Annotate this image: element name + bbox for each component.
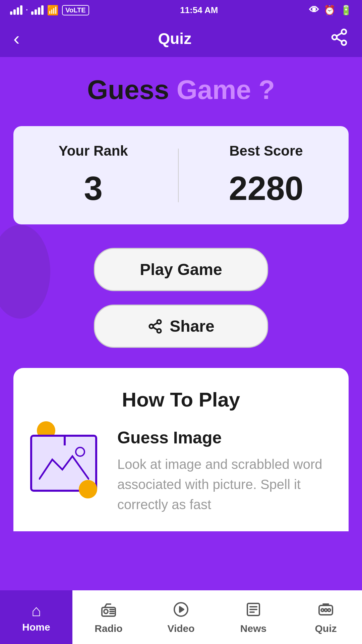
how-to-play-title: How To Play bbox=[30, 388, 332, 411]
score-card: Your Rank 3 Best Score 2280 bbox=[13, 126, 349, 224]
eye-icon: 👁 bbox=[309, 4, 319, 16]
title-word1: Guess bbox=[87, 75, 169, 105]
share-icon bbox=[147, 319, 163, 334]
nav-item-news[interactable]: News bbox=[217, 590, 290, 644]
score-divider bbox=[178, 149, 179, 202]
svg-point-24 bbox=[328, 609, 330, 611]
nav-item-quiz[interactable]: Quiz bbox=[290, 590, 362, 644]
svg-line-4 bbox=[337, 33, 342, 36]
nav-item-video[interactable]: Video bbox=[145, 590, 217, 644]
how-to-play-item: Guess Image Look at image and scrabbled … bbox=[30, 428, 332, 515]
alarm-icon: ⏰ bbox=[324, 5, 336, 16]
rank-item: Your Rank 3 bbox=[59, 143, 128, 208]
signal-bars bbox=[10, 5, 22, 15]
guess-image-illustration bbox=[30, 428, 104, 492]
svg-line-8 bbox=[153, 327, 158, 330]
page-title: Quiz bbox=[158, 30, 191, 48]
home-icon: ⌂ bbox=[32, 603, 41, 619]
video-play-icon bbox=[173, 601, 189, 620]
title-word2: Game ? bbox=[177, 75, 275, 105]
play-game-button[interactable]: Play Game bbox=[94, 248, 268, 291]
status-bar: · 📶 VoLTE 11:54 AM 👁 ⏰ 🔋 bbox=[0, 0, 362, 20]
back-button[interactable]: ‹ bbox=[13, 29, 20, 48]
best-score-item: Best Score 2280 bbox=[229, 143, 303, 208]
share-header-button[interactable] bbox=[330, 28, 349, 50]
svg-point-11 bbox=[104, 609, 108, 613]
nav-label-home: Home bbox=[22, 622, 50, 633]
score-value: 2280 bbox=[229, 169, 303, 208]
top-nav: ‹ Quiz bbox=[0, 20, 362, 57]
how-to-play-item-desc: Look at image and scrabbled word associa… bbox=[117, 454, 332, 515]
nav-item-radio[interactable]: Radio bbox=[72, 590, 145, 644]
battery-icon: 🔋 bbox=[340, 5, 352, 16]
rank-value: 3 bbox=[59, 169, 128, 208]
volte-badge: VoLTE bbox=[62, 5, 89, 15]
svg-line-3 bbox=[337, 38, 342, 41]
nav-label-video: Video bbox=[167, 623, 194, 634]
nav-item-home[interactable]: ⌂ Home bbox=[0, 590, 72, 644]
decorative-blob bbox=[0, 225, 50, 319]
clock: 11:54 AM bbox=[180, 5, 218, 15]
main-content: Guess Game ? Your Rank 3 Best Score 2280… bbox=[0, 57, 362, 590]
how-to-play-card: How To Play Guess Image Look at image an… bbox=[13, 368, 349, 531]
nav-label-radio: Radio bbox=[95, 623, 122, 634]
svg-point-23 bbox=[324, 609, 327, 611]
signal-bars-2 bbox=[31, 5, 44, 15]
wifi-icon: 📶 bbox=[47, 5, 59, 16]
radio-icon bbox=[101, 601, 117, 620]
bottom-nav: ⌂ Home Radio Video bbox=[0, 590, 362, 644]
status-right: 👁 ⏰ 🔋 bbox=[309, 4, 352, 16]
quiz-icon bbox=[318, 601, 334, 620]
nav-label-news: News bbox=[240, 623, 266, 634]
svg-marker-16 bbox=[180, 607, 184, 612]
news-icon bbox=[245, 601, 261, 620]
how-to-play-text-block: Guess Image Look at image and scrabbled … bbox=[117, 428, 332, 515]
game-title: Guess Game ? bbox=[13, 74, 349, 106]
share-button[interactable]: Share bbox=[94, 305, 268, 348]
dot-yellow-bottom bbox=[79, 480, 97, 498]
rank-label: Your Rank bbox=[59, 143, 128, 159]
nav-label-quiz: Quiz bbox=[315, 623, 337, 634]
score-label: Best Score bbox=[229, 143, 303, 159]
mountains-icon bbox=[39, 449, 89, 480]
svg-line-9 bbox=[153, 323, 158, 325]
how-to-play-item-title: Guess Image bbox=[117, 428, 332, 447]
status-left: · 📶 VoLTE bbox=[10, 5, 89, 16]
svg-point-22 bbox=[321, 609, 324, 611]
